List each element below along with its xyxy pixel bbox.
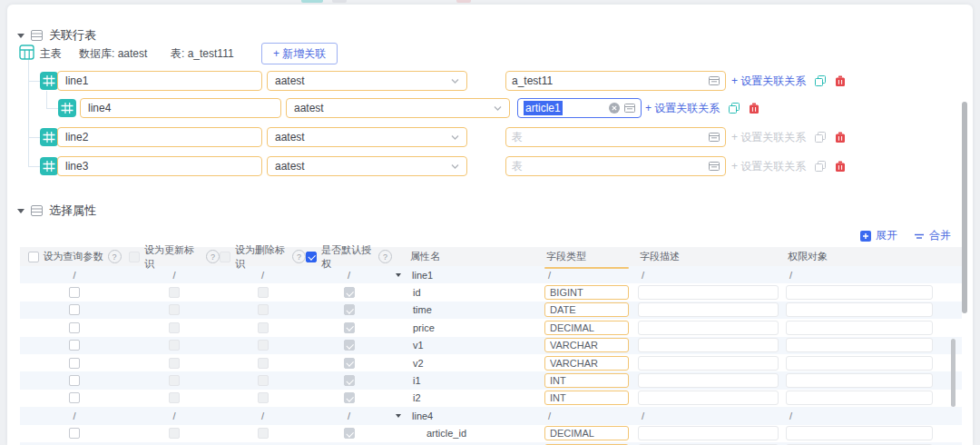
set-relation-link[interactable]: + 设置关联关系 (731, 159, 806, 174)
set-relation-link[interactable]: + 设置关联关系 (731, 74, 806, 89)
copy-icon[interactable] (815, 132, 826, 143)
update-flag-checkbox (169, 375, 180, 386)
merge-all-button[interactable]: 合并 (914, 228, 951, 243)
database-select[interactable]: aatest (286, 98, 510, 118)
linked-table-input[interactable]: article1 (517, 98, 642, 118)
permission-input[interactable] (786, 338, 933, 352)
field-desc-input[interactable] (638, 302, 779, 317)
linked-table-input[interactable]: a_test11 (505, 71, 726, 91)
table-picker-icon[interactable] (624, 103, 635, 114)
table-picker-icon[interactable] (709, 75, 720, 86)
field-desc-input[interactable] (638, 356, 779, 371)
delete-icon[interactable] (835, 161, 846, 173)
default-auth-checkbox (344, 287, 355, 298)
set-relation-link[interactable]: + 设置关联关系 (645, 101, 720, 116)
copy-icon[interactable] (815, 75, 826, 86)
table-picker-icon[interactable] (709, 132, 720, 143)
relation-name-input[interactable] (80, 98, 281, 118)
table-row: id (20, 283, 962, 301)
collapse-caret-icon[interactable] (17, 209, 24, 213)
copy-icon[interactable] (815, 132, 826, 143)
table-cell (20, 390, 129, 407)
relation-name-input[interactable] (57, 71, 262, 91)
permission-input[interactable] (786, 321, 933, 335)
node-table-icon (40, 157, 58, 175)
help-icon[interactable]: ? (378, 250, 392, 263)
field-type-input[interactable] (544, 373, 629, 388)
set-relation-link[interactable]: + 设置关联关系 (731, 130, 806, 145)
help-icon[interactable]: ? (108, 250, 122, 263)
header-checkbox[interactable] (28, 252, 39, 262)
expand-all-button[interactable]: 展开 (860, 228, 897, 243)
field-desc-input[interactable] (638, 373, 779, 388)
row-actions: + 设置关联关系 (731, 71, 846, 91)
permission-input[interactable] (786, 356, 933, 371)
field-desc-input[interactable] (638, 321, 779, 335)
query-param-checkbox[interactable] (69, 428, 80, 439)
delete-icon[interactable] (835, 161, 846, 173)
field-type-input[interactable] (544, 426, 629, 440)
query-param-checkbox[interactable] (69, 392, 80, 403)
delete-icon[interactable] (749, 103, 760, 114)
database-select[interactable]: aatest (267, 71, 467, 91)
database-select[interactable]: aatest (267, 127, 467, 147)
delete-icon[interactable] (835, 132, 846, 143)
table-cell (781, 302, 962, 319)
group-caret-icon[interactable] (396, 273, 401, 277)
permission-input[interactable] (786, 426, 933, 440)
page-scrollbar[interactable] (962, 102, 967, 313)
delete-icon[interactable] (835, 132, 846, 143)
query-param-checkbox[interactable] (69, 358, 80, 369)
field-type-input[interactable] (544, 338, 629, 352)
table-scrollbar[interactable] (951, 339, 956, 407)
collapse-caret-icon[interactable] (17, 34, 24, 38)
field-type-input[interactable] (544, 356, 629, 371)
copy-icon[interactable] (815, 75, 826, 86)
delete-icon[interactable] (835, 75, 846, 87)
group-caret-icon[interactable] (396, 414, 401, 418)
query-param-checkbox[interactable] (69, 322, 80, 333)
field-type-input[interactable] (544, 285, 629, 300)
permission-input[interactable] (786, 285, 933, 300)
database-select[interactable]: aatest (267, 156, 467, 176)
relation-name-input[interactable] (57, 156, 262, 176)
field-desc-input[interactable] (638, 285, 779, 300)
query-param-checkbox[interactable] (69, 340, 80, 351)
field-type-input[interactable] (544, 391, 629, 405)
query-param-checkbox[interactable] (69, 304, 80, 315)
delete-icon[interactable] (749, 103, 760, 114)
table-picker-icon[interactable] (709, 161, 720, 172)
clear-icon[interactable] (609, 103, 620, 114)
query-param-checkbox[interactable] (69, 287, 80, 298)
permission-input[interactable] (786, 302, 933, 317)
table-picker-icon[interactable] (709, 132, 720, 143)
field-desc-input[interactable] (638, 426, 779, 440)
copy-icon[interactable] (815, 161, 826, 172)
table-cell (129, 319, 220, 336)
linked-table-input[interactable]: 表 (505, 156, 726, 176)
query-param-checkbox[interactable] (69, 375, 80, 386)
field-type-input[interactable] (544, 321, 629, 335)
delete-icon[interactable] (835, 75, 846, 87)
linked-table-input[interactable]: 表 (505, 127, 726, 147)
table-picker-icon[interactable] (709, 75, 720, 86)
add-relation-button[interactable]: + 新增关联 (261, 43, 338, 64)
permission-input[interactable] (786, 373, 933, 388)
header-checkbox[interactable] (306, 252, 317, 262)
copy-icon[interactable] (815, 161, 826, 172)
field-desc-input[interactable] (638, 338, 779, 352)
copy-icon[interactable] (729, 103, 740, 114)
field-type-input[interactable] (544, 302, 629, 317)
relation-name-input[interactable] (57, 127, 262, 147)
table-cell: / (633, 266, 781, 283)
field-desc-input[interactable] (638, 391, 779, 405)
header-cell: 设为查询参数? (20, 247, 129, 266)
copy-icon[interactable] (729, 103, 740, 114)
clear-icon[interactable] (609, 103, 620, 114)
table-picker-icon[interactable] (709, 161, 720, 172)
table-cell: / (129, 407, 220, 424)
help-icon[interactable]: ? (292, 250, 306, 263)
help-icon[interactable]: ? (206, 250, 220, 263)
table-picker-icon[interactable] (624, 103, 635, 114)
permission-input[interactable] (786, 391, 933, 405)
